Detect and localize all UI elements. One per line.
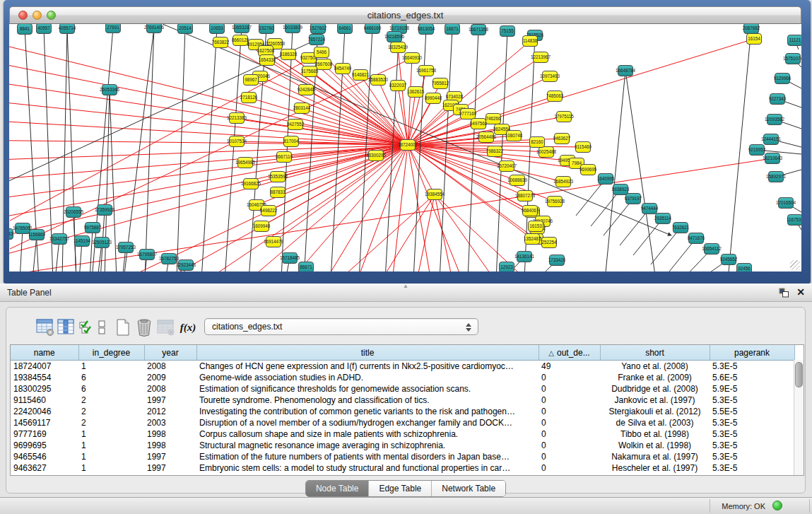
- graph-node[interactable]: 7632621: [672, 223, 690, 233]
- graph-node[interactable]: 8990448: [425, 93, 442, 104]
- graph-node[interactable]: 14136141: [514, 252, 535, 262]
- graph-node[interactable]: 16648784: [616, 66, 636, 76]
- graph-node[interactable]: 86671: [299, 262, 314, 272]
- graph-node[interactable]: 1167533: [787, 215, 801, 226]
- graph-node[interactable]: 16210643: [763, 153, 783, 164]
- float-panel-icon[interactable]: [779, 288, 789, 298]
- graph-node[interactable]: 9463627: [553, 134, 571, 144]
- graph-node[interactable]: 15883520: [368, 75, 389, 86]
- graph-node[interactable]: 10653: [210, 24, 225, 34]
- graph-node[interactable]: 1640995: [597, 174, 615, 185]
- graph-node[interactable]: 16795807: [137, 250, 158, 260]
- table-row[interactable]: 977716911998Corpus callosum shape and si…: [11, 428, 794, 440]
- graph-node[interactable]: 16671: [445, 24, 460, 35]
- table-header-row[interactable]: namein_degreeyeartitle△out_de...shortpag…: [11, 345, 794, 361]
- graph-node[interactable]: 9474444: [641, 204, 659, 214]
- graph-node[interactable]: 9684067: [522, 206, 539, 216]
- graph-node[interactable]: 19756928: [545, 197, 565, 207]
- row-height-button[interactable]: [91, 317, 112, 338]
- delete-table-button[interactable]: [134, 317, 155, 338]
- graph-node[interactable]: 13342757: [49, 234, 70, 245]
- table-row[interactable]: 946362711997Embryonic stem cells: a mode…: [11, 462, 794, 474]
- graph-node[interactable]: 12444151: [761, 134, 782, 145]
- graph-node[interactable]: 18325419: [388, 42, 408, 53]
- window-titlebar[interactable]: citations_edges.txt: [9, 6, 801, 24]
- graph-node[interactable]: 6379197: [625, 194, 642, 204]
- graph-node[interactable]: 12213967: [531, 52, 551, 63]
- graph-node[interactable]: 1609948: [253, 221, 271, 232]
- graph-node[interactable]: 19218596: [384, 32, 405, 42]
- graph-node[interactable]: 82160: [530, 137, 545, 148]
- graph-node[interactable]: 18807273: [515, 191, 536, 201]
- graph-node[interactable]: 15751074: [783, 54, 801, 64]
- graph-node[interactable]: 6497568: [470, 119, 488, 129]
- graph-node[interactable]: 9227343: [769, 94, 787, 105]
- graph-node[interactable]: 9129966: [774, 74, 792, 84]
- select-columns-button[interactable]: [56, 317, 77, 338]
- table-row[interactable]: 1872400712008Changes of HCN gene express…: [11, 361, 794, 373]
- graph-node[interactable]: 4055714: [59, 24, 76, 34]
- graph-node[interactable]: 1733426: [548, 255, 566, 266]
- graph-node[interactable]: 16033809: [283, 24, 303, 33]
- graph-node[interactable]: 114838: [523, 36, 538, 47]
- scrollbar-thumb[interactable]: [795, 362, 803, 387]
- graph-node[interactable]: 2087682: [743, 24, 760, 34]
- graph-node[interactable]: 3175685: [301, 66, 319, 77]
- table-selector-dropdown[interactable]: citations_edges.txt: [204, 318, 478, 335]
- graph-node[interactable]: 27691: [106, 24, 121, 33]
- graph-node[interactable]: 8186328: [280, 49, 298, 60]
- graph-node[interactable]: 7485063: [546, 91, 564, 102]
- graph-node[interactable]: 10025488: [536, 147, 557, 158]
- graph-node[interactable]: 746266: [486, 114, 501, 124]
- graph-node[interactable]: 16854923: [553, 177, 574, 187]
- table-row[interactable]: 946554611997Estimation of the future num…: [11, 451, 794, 462]
- graph-node[interactable]: 16640910: [402, 53, 423, 64]
- table-row[interactable]: 1830029562008Estimation of significance …: [11, 383, 794, 395]
- graph-node[interactable]: 15720407: [497, 161, 517, 172]
- graph-node[interactable]: 9975887: [84, 223, 102, 233]
- graph-node[interactable]: 15892971: [766, 172, 787, 182]
- graph-node[interactable]: 12505123: [92, 238, 112, 248]
- graph-node[interactable]: 12923448: [176, 260, 196, 271]
- graph-node[interactable]: 2718126: [240, 93, 258, 103]
- graph-node[interactable]: 1145194: [73, 236, 91, 247]
- graph-node[interactable]: 1527602: [310, 24, 327, 34]
- graph-node[interactable]: 7986322: [486, 146, 504, 157]
- graph-node[interactable]: 12213383: [227, 113, 247, 124]
- graph-node[interactable]: 16153: [529, 221, 543, 232]
- column-header-short[interactable]: short: [600, 345, 710, 361]
- create-table-button[interactable]: [112, 317, 134, 338]
- graph-node[interactable]: 11121: [788, 35, 802, 46]
- graph-node[interactable]: 17359928: [95, 205, 115, 216]
- memory-ok-indicator-icon[interactable]: [772, 501, 782, 510]
- graph-node[interactable]: 8841: [18, 24, 33, 35]
- graph-node[interactable]: 20206555: [64, 207, 84, 218]
- graph-node[interactable]: 9146821: [352, 70, 370, 81]
- graph-node[interactable]: 10654112: [702, 244, 722, 255]
- table-row[interactable]: 911546021997Tourette syndrome. Phenomeno…: [11, 395, 794, 406]
- graph-node[interactable]: 9215953: [748, 145, 766, 156]
- tab-edge-table[interactable]: Edge Table: [369, 481, 432, 496]
- graph-node[interactable]: 26053346: [100, 85, 120, 95]
- graph-node[interactable]: 5466: [314, 47, 329, 58]
- graph-node[interactable]: 887833: [270, 187, 286, 198]
- graph-node[interactable]: 9242848: [298, 85, 315, 95]
- graph-node[interactable]: 17016504: [776, 198, 796, 209]
- graph-node[interactable]: 17975115: [554, 112, 574, 122]
- graph-node[interactable]: 18300295: [366, 151, 387, 161]
- table-row[interactable]: 1938455462009Genome-wide association stu…: [11, 372, 794, 383]
- graph-node[interactable]: 10107534: [227, 136, 247, 147]
- graph-node[interactable]: 252254: [541, 238, 557, 248]
- column-header-name[interactable]: name: [11, 345, 78, 361]
- graph-node[interactable]: 8322037: [389, 81, 407, 91]
- graph-node[interactable]: 1352487: [524, 234, 541, 245]
- graph-node[interactable]: 8667110: [276, 152, 293, 163]
- function-builder-button[interactable]: f(x): [177, 317, 199, 338]
- graph-node[interactable]: 1654338: [259, 55, 276, 66]
- column-header-year[interactable]: year: [144, 345, 196, 361]
- graph-node[interactable]: 8427552: [287, 119, 305, 130]
- graph-node[interactable]: 17957253: [116, 243, 136, 253]
- graph-node[interactable]: 18724007: [398, 140, 418, 151]
- window-resize-grip[interactable]: [790, 260, 800, 270]
- graph-node[interactable]: 16671358: [469, 25, 489, 35]
